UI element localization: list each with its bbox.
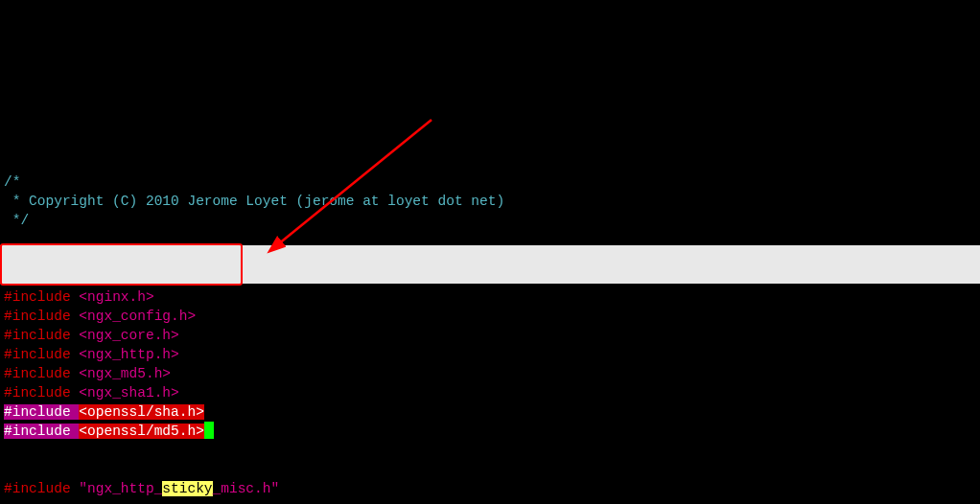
preproc-directive: #include <box>4 424 79 439</box>
preproc-directive: #include <box>4 385 79 401</box>
include-header: <ngx_core.h> <box>79 328 178 343</box>
preproc-directive: #include <box>4 309 79 324</box>
code-editor-view[interactable]: /* * Copyright (C) 2010 Jerome Loyet (je… <box>4 153 980 504</box>
blank-line <box>4 441 980 460</box>
comment-line: /* <box>4 174 20 190</box>
include-header: <ngx_md5.h> <box>79 366 171 381</box>
preproc-directive: #include <box>4 347 79 362</box>
include-header: <ngx_http.h> <box>79 347 178 362</box>
include-header: <openssl/md5.h> <box>79 424 204 439</box>
preproc-directive: #include <box>4 328 79 343</box>
preproc-directive: #include <box>4 366 79 381</box>
preproc-directive: #include <box>4 481 79 496</box>
include-header: <nginx.h> <box>79 289 153 305</box>
highlighted-include-line: #include <openssl/sha.h> <box>4 404 204 420</box>
include-header: <ngx_config.h> <box>79 309 196 324</box>
blank-line <box>4 498 980 504</box>
cursor <box>204 422 214 439</box>
string-literal: "ngx_http_ <box>79 481 162 496</box>
string-literal: _misc.h" <box>213 481 280 496</box>
preproc-directive: #include <box>4 289 79 305</box>
comment-line: */ <box>4 213 29 228</box>
search-match-highlight: sticky <box>162 481 212 496</box>
preproc-directive: #include <box>4 404 79 420</box>
include-header: <openssl/sha.h> <box>79 404 204 420</box>
comment-line: * Copyright (C) 2010 Jerome Loyet (jerom… <box>4 194 504 209</box>
blank-line <box>4 230 980 268</box>
include-header: <ngx_sha1.h> <box>79 385 178 401</box>
highlighted-include-line: #include <openssl/md5.h> <box>4 424 214 439</box>
